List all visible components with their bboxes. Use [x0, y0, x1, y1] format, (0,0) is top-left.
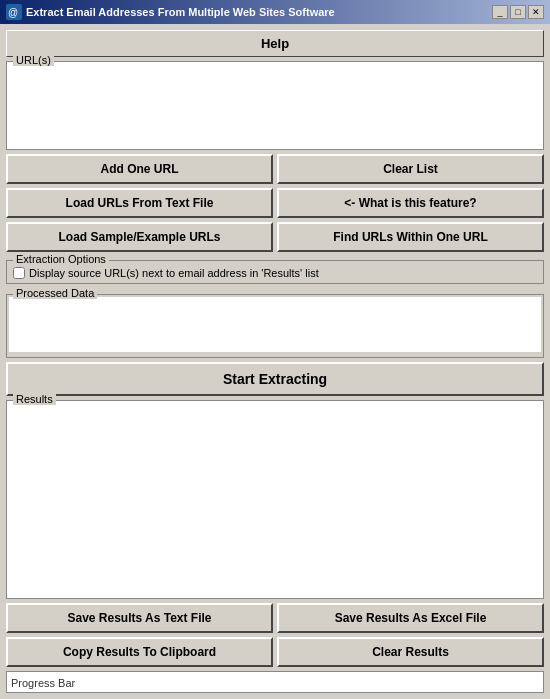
find-urls-within-one-url-button[interactable]: Find URLs Within One URL [277, 222, 544, 252]
progress-bar-group: Progress Bar [6, 671, 544, 693]
save-results-as-text-file-button[interactable]: Save Results As Text File [6, 603, 273, 633]
display-source-url-label: Display source URL(s) next to email addr… [29, 267, 319, 279]
row-add-clear: Add One URL Clear List [6, 154, 544, 184]
help-button[interactable]: Help [6, 30, 544, 57]
svg-text:@: @ [8, 7, 18, 18]
processed-data-group: Processed Data [6, 294, 544, 358]
progress-bar-label: Progress Bar [11, 677, 75, 689]
urls-label: URL(s) [13, 54, 54, 66]
what-is-this-feature-button[interactable]: <- What is this feature? [277, 188, 544, 218]
title-bar: @ Extract Email Addresses From Multiple … [0, 0, 550, 24]
clear-results-button[interactable]: Clear Results [277, 637, 544, 667]
checkbox-row: Display source URL(s) next to email addr… [13, 267, 537, 279]
add-one-url-button[interactable]: Add One URL [6, 154, 273, 184]
load-sample-urls-button[interactable]: Load Sample/Example URLs [6, 222, 273, 252]
row-sample-find: Load Sample/Example URLs Find URLs Withi… [6, 222, 544, 252]
row-load-what: Load URLs From Text File <- What is this… [6, 188, 544, 218]
results-group: Results [6, 400, 544, 599]
clear-list-button[interactable]: Clear List [277, 154, 544, 184]
copy-results-to-clipboard-button[interactable]: Copy Results To Clipboard [6, 637, 273, 667]
close-button[interactable]: ✕ [528, 5, 544, 19]
display-source-url-checkbox[interactable] [13, 267, 25, 279]
urls-input[interactable] [9, 64, 541, 144]
start-extracting-button[interactable]: Start Extracting [6, 362, 544, 396]
app-icon: @ [6, 4, 22, 20]
processed-data-label: Processed Data [13, 287, 97, 299]
extraction-options-label: Extraction Options [13, 253, 109, 265]
restore-button[interactable]: □ [510, 5, 526, 19]
row-save: Save Results As Text File Save Results A… [6, 603, 544, 633]
window-title: Extract Email Addresses From Multiple We… [26, 6, 335, 18]
window-controls[interactable]: _ □ ✕ [492, 5, 544, 19]
title-bar-left: @ Extract Email Addresses From Multiple … [6, 4, 335, 20]
results-textarea[interactable] [9, 403, 541, 596]
urls-group: URL(s) [6, 61, 544, 150]
load-urls-from-text-file-button[interactable]: Load URLs From Text File [6, 188, 273, 218]
save-results-as-excel-file-button[interactable]: Save Results As Excel File [277, 603, 544, 633]
row-copy-clear: Copy Results To Clipboard Clear Results [6, 637, 544, 667]
processed-data-textarea[interactable] [9, 297, 541, 352]
minimize-button[interactable]: _ [492, 5, 508, 19]
extraction-options-group: Extraction Options Display source URL(s)… [6, 260, 544, 284]
results-label: Results [13, 393, 56, 405]
main-content: Help URL(s) Add One URL Clear List Load … [0, 24, 550, 699]
